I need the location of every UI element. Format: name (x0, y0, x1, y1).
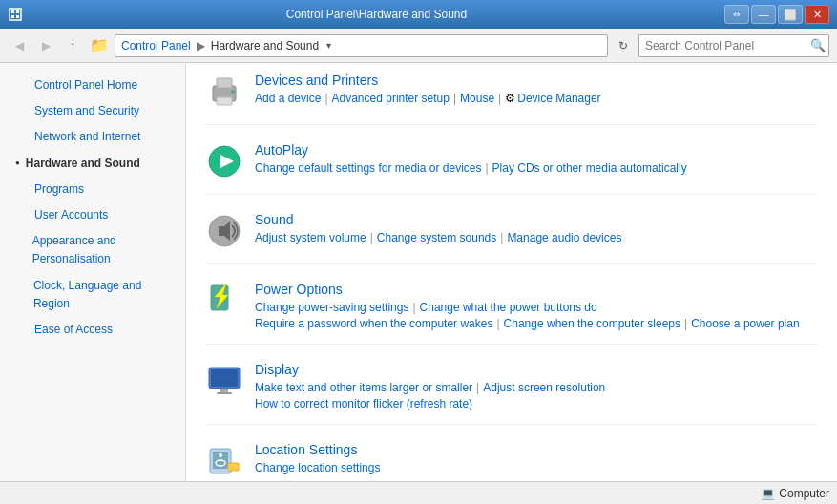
sidebar-item-label: Hardware and Sound (26, 155, 140, 173)
link-separator: | (476, 381, 479, 394)
category-details-autoplay: AutoPlayChange default settings for medi… (255, 142, 818, 175)
window-icon (8, 7, 23, 22)
category-title-sound[interactable]: Sound (255, 212, 818, 227)
category-links-sound: Adjust system volume|Change system sound… (255, 231, 818, 244)
svg-rect-0 (10, 9, 21, 20)
link-power-saving[interactable]: Change power-saving settings (255, 301, 408, 314)
link-screen-resolution[interactable]: Adjust screen resolution (483, 381, 605, 394)
category-devices-printers: Devices and PrintersAdd a device|Advance… (205, 73, 818, 125)
address-bar: ◀ ▶ ↑ 📁 Control Panel ▶ Hardware and Sou… (0, 29, 837, 63)
minimize-btn[interactable]: — (751, 5, 776, 24)
sidebar-item-label: Programs (34, 180, 84, 199)
sidebar-item-label: Control Panel Home (34, 76, 137, 94)
category-title-autoplay[interactable]: AutoPlay (255, 142, 818, 158)
device-manager-icon: ⚙ (505, 92, 515, 105)
sidebar-item-label: Appearance and Personalisation (32, 232, 170, 268)
category-icon-sound (205, 212, 243, 250)
category-icon-devices-printers (205, 73, 243, 111)
category-links-location-settings: Change location settings (255, 461, 818, 474)
path-separator: ▶ (197, 39, 205, 52)
sidebar-item-ease-access[interactable]: Ease of Access (0, 317, 185, 343)
svg-rect-4 (16, 15, 19, 18)
sidebar: Control Panel HomeSystem and SecurityNet… (0, 63, 186, 481)
link-change-location[interactable]: Change location settings (255, 461, 380, 474)
category-details-display: DisplayMake text and other items larger … (255, 362, 818, 410)
category-details-location-settings: Location SettingsChange location setting… (255, 442, 818, 474)
link-device-manager[interactable]: Device Manager (517, 92, 600, 105)
link-power-plan[interactable]: Choose a power plan (691, 317, 799, 330)
sidebar-item-user-accounts[interactable]: User Accounts (0, 202, 185, 228)
link-add-device[interactable]: Add a device (255, 92, 321, 105)
category-icon-power-options (205, 282, 243, 320)
link-separator: | (684, 317, 687, 330)
category-icon-display (205, 362, 243, 400)
svg-rect-3 (11, 15, 14, 18)
sidebar-item-label: Network and Internet (34, 128, 140, 146)
search-input[interactable] (639, 39, 807, 52)
up-btn[interactable]: ↑ (61, 34, 84, 57)
svg-rect-6 (217, 78, 232, 88)
category-details-sound: SoundAdjust system volume|Change system … (255, 212, 818, 244)
forward-btn[interactable]: ▶ (34, 34, 57, 57)
link-separator: | (500, 231, 503, 244)
svg-rect-1 (11, 10, 14, 13)
category-links-autoplay: Change default settings for media or dev… (255, 161, 818, 175)
category-sound: SoundAdjust system volume|Change system … (205, 212, 818, 264)
link-manage-audio[interactable]: Manage audio devices (507, 231, 621, 244)
back-btn[interactable]: ◀ (8, 34, 31, 57)
refresh-btn[interactable]: ↻ (612, 34, 635, 57)
sidebar-item-network-internet[interactable]: Network and Internet (0, 124, 185, 150)
link-text-size[interactable]: Make text and other items larger or smal… (255, 381, 472, 394)
sidebar-item-appearance[interactable]: Appearance and Personalisation (0, 228, 185, 272)
category-title-location-settings[interactable]: Location Settings (255, 442, 818, 457)
window-title: Control Panel\Hardware and Sound (29, 8, 724, 21)
search-box: 🔍 (638, 34, 829, 57)
link-require-password[interactable]: Require a password when the computer wak… (255, 317, 492, 330)
sidebar-item-control-panel-home[interactable]: Control Panel Home (0, 73, 185, 98)
link-default-media[interactable]: Change default settings for media or dev… (255, 161, 481, 175)
link-change-sounds[interactable]: Change system sounds (377, 231, 496, 244)
breadcrumb-root[interactable]: Control Panel (121, 39, 191, 52)
category-title-display[interactable]: Display (255, 362, 818, 377)
folder-icon: 📁 (90, 36, 109, 54)
sidebar-item-clock-language[interactable]: Clock, Language and Region (0, 273, 185, 317)
sidebar-item-label: User Accounts (34, 206, 108, 224)
svg-point-8 (231, 90, 235, 94)
title-bar: Control Panel\Hardware and Sound ⇔ — ⬜ ✕ (0, 0, 837, 29)
category-icon-autoplay (205, 142, 243, 180)
sidebar-item-programs[interactable]: Programs (0, 177, 185, 202)
category-title-power-options[interactable]: Power Options (255, 282, 818, 297)
link-separator: | (498, 92, 501, 105)
category-details-power-options: Power OptionsChange power-saving setting… (255, 282, 818, 330)
svg-rect-16 (211, 369, 238, 387)
close-btn[interactable]: ✕ (805, 5, 829, 24)
link-separator: | (496, 317, 499, 330)
svg-rect-18 (217, 392, 232, 394)
breadcrumb-dropdown[interactable]: ▾ (326, 40, 331, 51)
window-controls: ⇔ — ⬜ ✕ (724, 5, 829, 24)
category-links-power-options: Change power-saving settings|Change what… (255, 301, 818, 314)
link-separator: | (370, 231, 373, 244)
category-links-devices-printers: Add a device|Advanced printer setup|Mous… (255, 92, 818, 105)
sidebar-item-system-security[interactable]: System and Security (0, 98, 185, 124)
link-power-buttons[interactable]: Change what the power buttons do (420, 301, 597, 314)
link-adv-printer[interactable]: Advanced printer setup (332, 92, 450, 105)
search-icon[interactable]: 🔍 (807, 35, 828, 56)
resize-btn[interactable]: ⇔ (724, 5, 749, 24)
category-location-settings: Location SettingsChange location setting… (205, 442, 818, 481)
breadcrumb-current: Hardware and Sound (211, 39, 319, 52)
link-mouse[interactable]: Mouse (460, 92, 494, 105)
category-links2-display: How to correct monitor flicker (refresh … (255, 397, 818, 410)
link-adjust-volume[interactable]: Adjust system volume (255, 231, 366, 244)
link-sleep[interactable]: Change when the computer sleeps (504, 317, 680, 330)
category-title-devices-printers[interactable]: Devices and Printers (255, 73, 818, 88)
link-separator: | (412, 301, 415, 314)
main-content: Control Panel HomeSystem and SecurityNet… (0, 63, 837, 481)
svg-point-21 (219, 453, 222, 457)
svg-rect-7 (217, 97, 232, 105)
maximize-btn[interactable]: ⬜ (778, 5, 803, 24)
link-play-cds[interactable]: Play CDs or other media automatically (492, 161, 687, 175)
category-links2-power-options: Require a password when the computer wak… (255, 317, 818, 330)
link-monitor-flicker[interactable]: How to correct monitor flicker (refresh … (255, 397, 472, 410)
status-computer: 💻 Computer (761, 487, 829, 500)
